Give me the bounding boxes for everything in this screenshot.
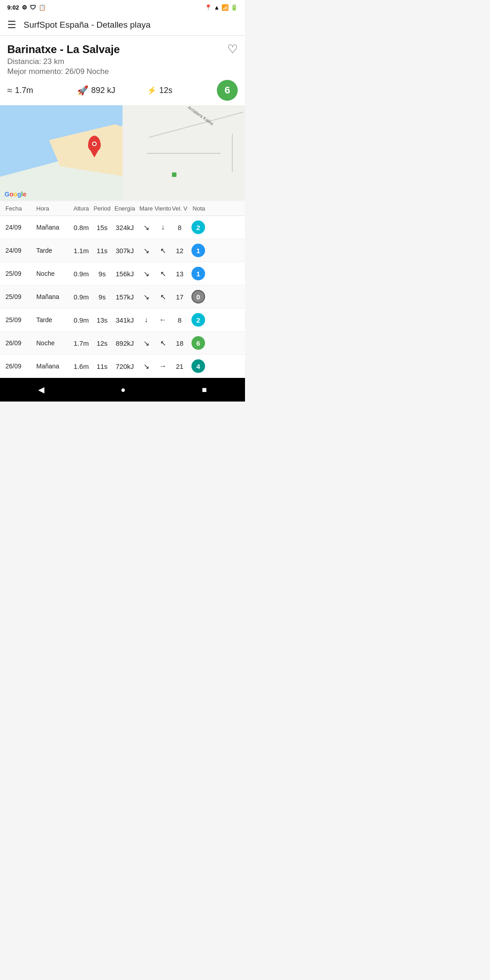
cell-altura: 0.9m bbox=[70, 270, 93, 278]
top-bar: ☰ SurfSpot España - Detalles playa bbox=[0, 15, 245, 36]
beach-stats: ≈ 1.7m 🚀 892 kJ ⚡ 12s 6 bbox=[7, 80, 238, 101]
cell-altura: 1.6m bbox=[70, 363, 93, 370]
cell-period: 11s bbox=[93, 247, 112, 255]
cell-altura: 0.9m bbox=[70, 293, 93, 301]
cell-mare: ↓ bbox=[138, 316, 154, 324]
map-container[interactable]: Arriatera Kalea Google bbox=[0, 105, 245, 201]
cell-hora: Tarde bbox=[36, 247, 70, 254]
table-row: 24/09 Tarde 1.1m 11s 307kJ ↘ ↖ 12 1 bbox=[0, 239, 245, 262]
cell-viento: ↖ bbox=[154, 339, 172, 348]
home-button[interactable]: ● bbox=[112, 381, 135, 399]
map-green-marker bbox=[172, 172, 176, 177]
cell-nota: 2 bbox=[188, 313, 205, 327]
wave-height: 1.7m bbox=[15, 86, 33, 95]
cell-period: 12s bbox=[93, 339, 112, 347]
google-logo: Google bbox=[5, 191, 26, 198]
cell-hora: Mañana bbox=[36, 293, 70, 300]
cell-energia: 324kJ bbox=[112, 224, 138, 231]
cell-velv: 21 bbox=[172, 363, 188, 370]
gear-icon: ⚙ bbox=[22, 4, 27, 11]
cell-nota: 2 bbox=[188, 220, 205, 234]
col-header-viento: Viento bbox=[154, 205, 172, 212]
cell-mare: ↘ bbox=[138, 223, 154, 232]
col-header-altura: Altura bbox=[70, 205, 93, 212]
cell-altura: 0.8m bbox=[70, 224, 93, 231]
cell-period: 11s bbox=[93, 363, 112, 370]
note-badge: 4 bbox=[191, 359, 205, 373]
note-badge: 0 bbox=[191, 290, 205, 304]
period-icon: ⚡ bbox=[147, 86, 157, 95]
cell-nota: 6 bbox=[188, 336, 205, 350]
table-row: 26/09 Mañana 1.6m 11s 720kJ ↘ → 21 4 bbox=[0, 355, 245, 378]
cell-fecha: 25/09 bbox=[5, 270, 36, 277]
table-row: 25/09 Tarde 0.9m 13s 341kJ ↓ ← 8 2 bbox=[0, 309, 245, 332]
cell-fecha: 25/09 bbox=[5, 316, 36, 323]
cell-nota: 0 bbox=[188, 290, 205, 304]
score-badge: 6 bbox=[217, 80, 238, 101]
cell-mare: ↘ bbox=[138, 270, 154, 278]
rocket-icon: 🚀 bbox=[77, 85, 88, 96]
cell-viento: ↓ bbox=[154, 223, 172, 231]
wave-icon: ≈ bbox=[7, 85, 12, 96]
period-value: 12s bbox=[159, 86, 172, 95]
cell-viento: → bbox=[154, 362, 172, 370]
cell-energia: 307kJ bbox=[112, 247, 138, 255]
cell-velv: 12 bbox=[172, 247, 188, 255]
col-header-period: Period bbox=[93, 205, 112, 212]
signal-icon: 📶 bbox=[221, 4, 229, 11]
cell-energia: 341kJ bbox=[112, 316, 138, 324]
cell-viento: ↖ bbox=[154, 293, 172, 301]
cell-fecha: 26/09 bbox=[5, 339, 36, 347]
cell-mare: ↘ bbox=[138, 293, 154, 301]
cell-period: 9s bbox=[93, 293, 112, 301]
cell-period: 9s bbox=[93, 270, 112, 278]
cell-mare: ↘ bbox=[138, 246, 154, 255]
note-badge: 1 bbox=[191, 267, 205, 280]
cell-hora: Noche bbox=[36, 339, 70, 347]
cell-altura: 0.9m bbox=[70, 316, 93, 324]
cell-velv: 8 bbox=[172, 224, 188, 231]
col-header-hora: Hora bbox=[36, 205, 70, 212]
back-button[interactable]: ◀ bbox=[29, 380, 54, 399]
status-bar: 9:02 ⚙ 🛡 📋 📍 ▲ 📶 🔋 bbox=[0, 0, 245, 15]
cell-viento: ← bbox=[154, 316, 172, 324]
table-row: 25/09 Mañana 0.9m 9s 157kJ ↘ ↖ 17 0 bbox=[0, 285, 245, 309]
beach-distance: Distancia: 23 km bbox=[7, 57, 238, 66]
menu-button[interactable]: ☰ bbox=[7, 19, 16, 31]
cell-fecha: 24/09 bbox=[5, 224, 36, 231]
cell-mare: ↘ bbox=[138, 362, 154, 371]
beach-info: Barinatxe - La Salvaje ♡ Distancia: 23 k… bbox=[0, 36, 245, 105]
cell-hora: Mañana bbox=[36, 224, 70, 231]
cell-period: 13s bbox=[93, 316, 112, 324]
energy-value: 892 kJ bbox=[91, 86, 115, 95]
note-badge: 2 bbox=[191, 220, 205, 234]
nav-bar: ◀ ● ■ bbox=[0, 378, 245, 402]
note-badge: 2 bbox=[191, 313, 205, 327]
cell-viento: ↖ bbox=[154, 246, 172, 255]
cell-energia: 720kJ bbox=[112, 363, 138, 370]
recents-button[interactable]: ■ bbox=[193, 381, 216, 399]
cell-velv: 13 bbox=[172, 270, 188, 278]
cell-nota: 4 bbox=[188, 359, 205, 373]
table-header: Fecha Hora Altura Period Energía Mare Vi… bbox=[0, 201, 245, 216]
cell-velv: 17 bbox=[172, 293, 188, 301]
status-time: 9:02 bbox=[7, 4, 19, 11]
cell-hora: Noche bbox=[36, 270, 70, 277]
cell-velv: 18 bbox=[172, 339, 188, 347]
cell-viento: ↖ bbox=[154, 270, 172, 278]
favorite-button[interactable]: ♡ bbox=[227, 42, 238, 56]
cell-altura: 1.1m bbox=[70, 247, 93, 255]
cell-energia: 156kJ bbox=[112, 270, 138, 278]
cell-nota: 1 bbox=[188, 244, 205, 257]
cell-hora: Mañana bbox=[36, 363, 70, 370]
table-row: 24/09 Mañana 0.8m 15s 324kJ ↘ ↓ 8 2 bbox=[0, 216, 245, 239]
cell-energia: 157kJ bbox=[112, 293, 138, 301]
cell-period: 15s bbox=[93, 224, 112, 231]
table-body: 24/09 Mañana 0.8m 15s 324kJ ↘ ↓ 8 2 24/0… bbox=[0, 216, 245, 378]
col-header-energia: Energía bbox=[112, 205, 138, 212]
col-header-velv: Vel. V bbox=[172, 205, 188, 212]
shield-icon: 🛡 bbox=[30, 4, 36, 11]
cell-velv: 8 bbox=[172, 316, 188, 324]
cell-fecha: 24/09 bbox=[5, 247, 36, 254]
table-row: 26/09 Noche 1.7m 12s 892kJ ↘ ↖ 18 6 bbox=[0, 332, 245, 355]
